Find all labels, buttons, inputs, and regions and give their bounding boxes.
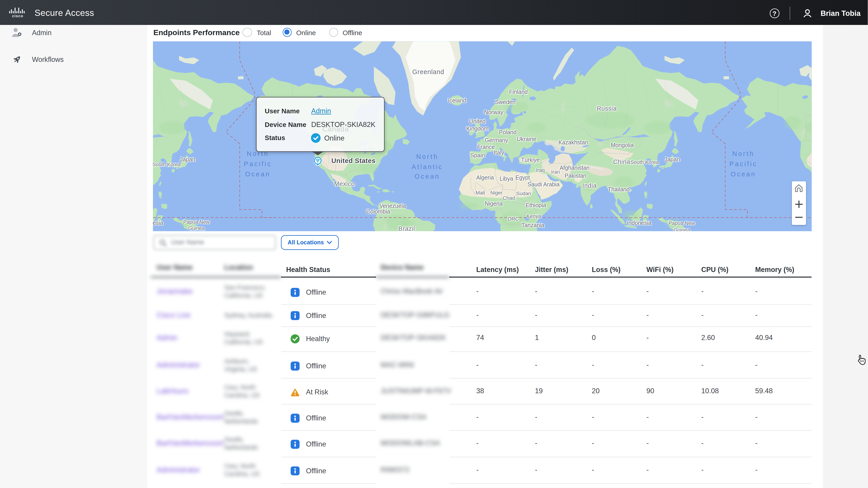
svg-text:cisco: cisco	[12, 14, 23, 18]
